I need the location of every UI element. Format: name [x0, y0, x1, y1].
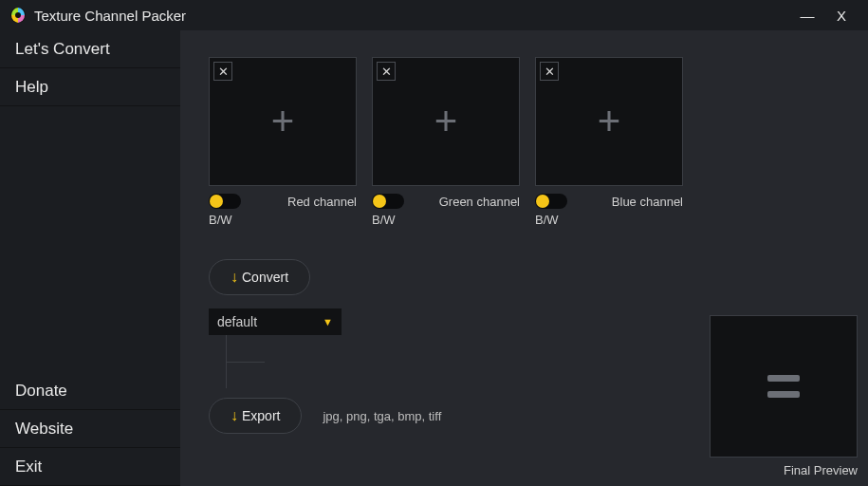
sidebar-item-label: Let's Convert	[15, 40, 110, 59]
close-icon: ✕	[218, 65, 229, 79]
flow-connector	[226, 335, 264, 388]
sidebar-item-website[interactable]: Website	[0, 410, 180, 448]
preset-select[interactable]: default ▼	[209, 308, 342, 335]
channel-slot-blue: ✕ + Blue channel B/W	[535, 57, 683, 227]
bw-toggle-blue[interactable]	[535, 194, 567, 209]
convert-button[interactable]: ↓ Convert	[209, 259, 310, 295]
sidebar-item-donate[interactable]: Donate	[0, 372, 180, 410]
sidebar: Let's Convert Help Donate Website Exit	[0, 30, 180, 486]
app-title: Texture Channel Packer	[34, 8, 186, 24]
sidebar-item-label: Help	[15, 78, 48, 97]
sidebar-item-label: Exit	[15, 458, 42, 477]
export-button-label: Export	[242, 408, 280, 423]
dropzone-blue[interactable]: ✕ +	[535, 57, 683, 186]
channel-slot-green: ✕ + Green channel B/W	[372, 57, 520, 227]
channel-label: Blue channel	[612, 195, 683, 209]
close-icon: ✕	[545, 65, 555, 79]
convert-button-label: Convert	[242, 270, 288, 285]
preview-block: Final Preview	[710, 315, 858, 477]
close-button[interactable]: X	[824, 3, 859, 28]
channel-slot-red: ✕ + Red channel B/W	[209, 57, 357, 227]
sidebar-item-help[interactable]: Help	[0, 68, 180, 106]
preset-select-value: default	[217, 314, 257, 329]
bw-toggle-green[interactable]	[372, 194, 404, 209]
plus-icon: +	[271, 102, 295, 141]
preview-box	[710, 315, 858, 458]
plus-icon: +	[598, 102, 621, 141]
bw-label: B/W	[209, 213, 357, 227]
bw-toggle-red[interactable]	[209, 194, 241, 209]
sidebar-item-label: Website	[15, 420, 73, 439]
titlebar: Texture Channel Packer — X	[0, 0, 868, 30]
app-logo-icon	[9, 7, 27, 24]
preview-label: Final Preview	[710, 463, 858, 477]
close-icon: ✕	[381, 65, 392, 79]
export-button[interactable]: ↓ Export	[209, 398, 302, 434]
equals-icon	[767, 375, 800, 398]
channel-label: Green channel	[439, 195, 520, 209]
bw-label: B/W	[372, 213, 520, 227]
sidebar-item-convert[interactable]: Let's Convert	[0, 30, 180, 68]
minimize-button[interactable]: —	[790, 3, 824, 28]
plus-icon: +	[434, 102, 458, 141]
down-arrow-icon: ↓	[231, 269, 238, 286]
clear-green-button[interactable]: ✕	[377, 62, 396, 81]
dropzone-red[interactable]: ✕ +	[209, 57, 357, 186]
dropzone-green[interactable]: ✕ +	[372, 57, 520, 186]
down-arrow-icon: ↓	[231, 407, 238, 424]
clear-red-button[interactable]: ✕	[213, 62, 232, 81]
chevron-down-icon: ▼	[323, 316, 333, 327]
svg-point-1	[15, 12, 21, 18]
main-panel: ✕ + Red channel B/W ✕ +	[180, 30, 868, 486]
channel-label: Red channel	[287, 195, 357, 209]
sidebar-item-exit[interactable]: Exit	[0, 448, 180, 486]
export-formats: jpg, png, tga, bmp, tiff	[323, 409, 441, 423]
clear-blue-button[interactable]: ✕	[540, 62, 559, 81]
bw-label: B/W	[535, 213, 683, 227]
sidebar-item-label: Donate	[15, 382, 67, 401]
